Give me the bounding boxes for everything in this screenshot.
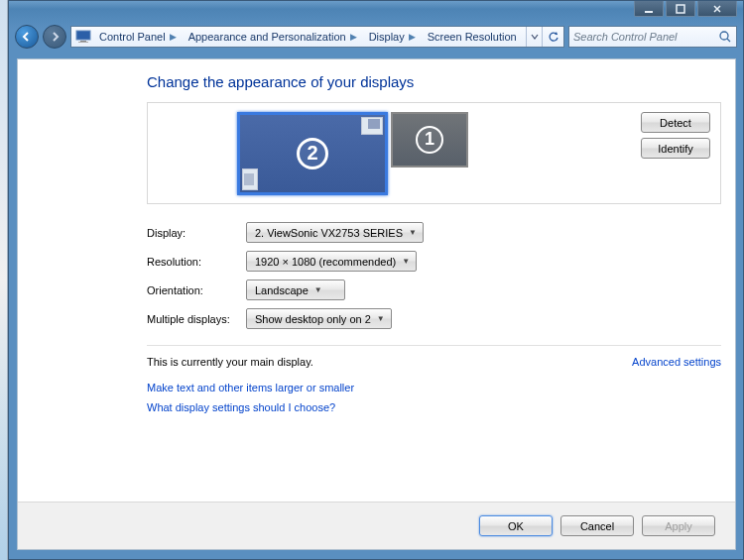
svg-rect-1 [677, 5, 684, 13]
breadcrumb[interactable]: Display▶ [365, 27, 424, 47]
resolution-dropdown[interactable]: 1920 × 1080 (recommended)▼ [246, 251, 417, 272]
main-display-status: This is currently your main display. [147, 356, 313, 368]
chevron-down-icon: ▼ [402, 257, 410, 266]
titlebar [9, 1, 743, 22]
chevron-down-icon: ▼ [314, 285, 322, 294]
address-bar[interactable]: Control Panel▶ Appearance and Personaliz… [70, 26, 564, 48]
text-size-link[interactable]: Make text and other items larger or smal… [147, 382, 354, 393]
search-placeholder: Search Control Panel [573, 31, 718, 43]
svg-rect-3 [80, 41, 86, 42]
display-1[interactable]: 1 [391, 112, 468, 168]
cancel-button[interactable]: Cancel [560, 515, 634, 536]
display-dropdown[interactable]: 2. ViewSonic VX2753 SERIES▼ [246, 222, 424, 243]
chevron-right-icon: ▶ [166, 32, 181, 42]
back-button[interactable] [15, 25, 39, 49]
forward-button[interactable] [43, 25, 66, 49]
monitor-icon [75, 29, 91, 45]
help-link[interactable]: What display settings should I choose? [147, 401, 335, 413]
display-arrangement-panel[interactable]: 2 1 Detect Identify [147, 102, 721, 204]
identify-button[interactable]: Identify [641, 138, 710, 159]
search-icon [718, 30, 732, 44]
content-area: Change the appearance of your displays 2… [17, 58, 736, 550]
resolution-label: Resolution: [147, 256, 246, 268]
address-dropdown-icon[interactable] [526, 27, 542, 47]
display-number: 1 [416, 126, 443, 154]
svg-rect-0 [645, 11, 653, 13]
breadcrumb[interactable]: Screen Resolution [424, 27, 521, 47]
dialog-footer: OK Cancel Apply [18, 502, 735, 549]
multiple-displays-dropdown[interactable]: Show desktop only on 2▼ [246, 308, 392, 329]
svg-rect-4 [78, 42, 88, 43]
orientation-dropdown[interactable]: Landscape▼ [246, 280, 345, 300]
svg-rect-2 [76, 31, 90, 40]
toolbar: Control Panel▶ Appearance and Personaliz… [9, 22, 743, 52]
display-settings-form: Display: 2. ViewSonic VX2753 SERIES▼ Res… [147, 222, 721, 329]
svg-point-5 [720, 32, 728, 40]
detect-button[interactable]: Detect [641, 112, 710, 133]
chevron-right-icon: ▶ [346, 32, 361, 42]
advanced-settings-link[interactable]: Advanced settings [632, 356, 721, 368]
window-frame: Control Panel▶ Appearance and Personaliz… [8, 0, 744, 560]
display-2[interactable]: 2 [237, 112, 388, 195]
refresh-button[interactable] [542, 27, 563, 47]
multiple-displays-label: Multiple displays: [147, 313, 246, 325]
display-label: Display: [147, 227, 246, 239]
ok-button[interactable]: OK [479, 515, 553, 536]
chevron-right-icon: ▶ [405, 32, 420, 42]
page-title: Change the appearance of your displays [147, 73, 721, 90]
background-window-sliver [0, 0, 8, 560]
orientation-label: Orientation: [147, 284, 246, 296]
apply-button: Apply [642, 515, 715, 536]
breadcrumb[interactable]: Appearance and Personalization▶ [185, 27, 365, 47]
close-button[interactable] [697, 1, 737, 17]
search-input[interactable]: Search Control Panel [568, 26, 737, 48]
chevron-down-icon: ▼ [409, 228, 417, 237]
breadcrumb[interactable]: Control Panel▶ [95, 27, 185, 47]
maximize-button[interactable] [666, 1, 695, 17]
chevron-down-icon: ▼ [377, 314, 385, 323]
separator [147, 345, 721, 346]
minimize-button[interactable] [634, 1, 664, 17]
display-number: 2 [297, 138, 328, 169]
